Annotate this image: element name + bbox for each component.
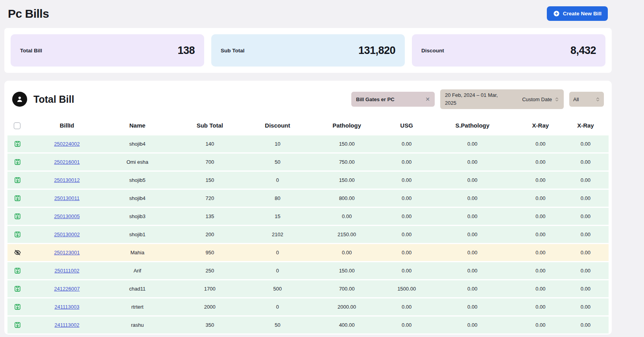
usg-cell: 1500.00 (387, 280, 426, 297)
receipt-icon[interactable] (14, 140, 21, 148)
usg-cell: 0.00 (387, 135, 426, 152)
chevron-updown-icon (596, 96, 600, 102)
sub-total-cell: 720 (171, 190, 248, 207)
table-row: 241113003 rtrtert 2000 0 2000.00 0.00 0.… (7, 298, 609, 315)
sub-total-cell: 1700 (171, 280, 248, 297)
xray-cell: 0.00 (563, 244, 609, 261)
xray-cell: 0.00 (519, 190, 563, 207)
row-status-cell (7, 208, 30, 225)
pathology-cell: 150.00 (306, 262, 387, 279)
table-row: 241226007 chad11 1700 500 700.00 1500.00… (7, 280, 609, 297)
bill-id-link[interactable]: 250111002 (55, 268, 79, 274)
xray-cell: 0.00 (563, 262, 609, 279)
pathology-cell: 0.00 (306, 208, 387, 225)
xray-cell: 0.00 (563, 172, 609, 189)
bill-id-cell: 250130012 (30, 172, 103, 189)
s-pathology-cell: 0.00 (426, 135, 519, 152)
s-pathology-cell: 0.00 (426, 317, 519, 333)
bill-id-link[interactable]: 241226007 (54, 286, 80, 292)
bill-id-cell: 250123001 (30, 244, 103, 261)
receipt-icon[interactable] (14, 285, 21, 293)
pathology-cell: 150.00 (306, 135, 387, 152)
usg-cell: 0.00 (387, 154, 426, 170)
receipt-icon[interactable] (14, 321, 21, 329)
row-status-cell (7, 244, 30, 261)
date-mode-select[interactable]: Custom Date (522, 96, 559, 102)
create-new-bill-button[interactable]: Create New Bill (547, 6, 608, 21)
receipt-icon[interactable] (14, 176, 21, 184)
name-cell: Arif (103, 262, 171, 279)
eye-off-icon[interactable] (14, 249, 21, 256)
receipt-icon[interactable] (14, 267, 21, 274)
bill-id-link[interactable]: 250130011 (54, 195, 79, 201)
usg-cell: 0.00 (387, 298, 426, 315)
column-header-pathology: Pathology (306, 117, 387, 134)
row-status-cell (7, 154, 30, 170)
sub-total-cell: 2000 (171, 298, 248, 315)
table-row: 250130002 shojib1 200 2102 2150.00 0.00 … (7, 226, 609, 243)
sub-total-cell: 150 (171, 172, 248, 189)
bill-id-cell: 250111002 (30, 262, 103, 279)
column-header-subtotal: Sub Total (171, 117, 248, 134)
xray-cell: 0.00 (563, 190, 609, 207)
s-pathology-cell: 0.00 (426, 244, 519, 261)
discount-cell: 50 (248, 154, 306, 170)
sub-total-cell: 950 (171, 244, 248, 261)
receipt-icon[interactable] (14, 194, 21, 202)
xray-cell: 0.00 (563, 226, 609, 243)
bill-id-link[interactable]: 250130005 (54, 213, 80, 219)
usg-cell: 0.00 (387, 244, 426, 261)
s-pathology-cell: 0.00 (426, 226, 519, 243)
xray-cell: 0.00 (519, 172, 563, 189)
bill-id-link[interactable]: 241113003 (55, 304, 79, 310)
receipt-icon[interactable] (14, 213, 21, 220)
name-cell: shojib1 (103, 226, 171, 243)
discount-cell: 50 (248, 317, 306, 333)
pc-filter-label: Bill Gates er PC (356, 96, 395, 102)
bill-id-link[interactable]: 250130012 (54, 177, 80, 183)
date-range-text: 20 Feb, 2024 – 01 Mar, 2025 (445, 91, 507, 107)
discount-cell: 0 (248, 262, 306, 279)
row-status-cell (7, 262, 30, 279)
select-all-checkbox[interactable] (14, 122, 20, 129)
table-row: 250224002 shojib4 140 10 150.00 0.00 0.0… (7, 135, 609, 152)
name-cell: Omi esha (103, 154, 171, 170)
receipt-icon[interactable] (14, 303, 21, 311)
bill-id-link[interactable]: 250130002 (54, 231, 80, 237)
usg-cell: 0.00 (387, 317, 426, 333)
row-status-cell (7, 317, 30, 333)
table-row: 250111002 Arif 250 0 150.00 0.00 0.00 0.… (7, 262, 609, 279)
close-icon[interactable]: ✕ (422, 96, 430, 102)
xray-cell: 0.00 (519, 208, 563, 225)
name-cell: rtrtert (103, 298, 171, 315)
pathology-cell: 400.00 (306, 317, 387, 333)
bill-id-link[interactable]: 250123001 (54, 250, 80, 256)
xray-cell: 0.00 (519, 262, 563, 279)
xray-cell: 0.00 (519, 317, 563, 333)
xray-cell: 0.00 (519, 280, 563, 297)
section-title: Total Bill (33, 94, 74, 105)
date-mode-label: Custom Date (522, 96, 552, 102)
discount-cell: 2102 (248, 226, 306, 243)
pc-bills-page: Pc Bills Create New Bill Total Bill 138 … (0, 0, 644, 335)
bill-id-link[interactable]: 250216001 (54, 159, 80, 165)
page-title: Pc Bills (8, 7, 49, 20)
status-select[interactable]: All (569, 92, 604, 107)
pathology-cell: 750.00 (306, 154, 387, 170)
receipt-icon[interactable] (14, 231, 21, 238)
date-range-picker[interactable]: 20 Feb, 2024 – 01 Mar, 2025 Custom Date (440, 89, 564, 109)
usg-cell: 0.00 (387, 262, 426, 279)
row-status-cell (7, 135, 30, 152)
sub-total-cell: 200 (171, 226, 248, 243)
table-row: 250216001 Omi esha 700 50 750.00 0.00 0.… (7, 154, 609, 170)
row-status-cell (7, 172, 30, 189)
pathology-cell: 150.00 (306, 172, 387, 189)
bill-id-link[interactable]: 250224002 (54, 141, 80, 147)
bill-id-cell: 241226007 (30, 280, 103, 297)
s-pathology-cell: 0.00 (426, 262, 519, 279)
table-row: 250123001 Mahia 950 0 0.00 0.00 0.00 0.0… (7, 244, 609, 261)
xray-cell: 0.00 (563, 135, 609, 152)
receipt-icon[interactable] (14, 158, 21, 166)
bill-id-link[interactable]: 241113002 (55, 322, 79, 328)
pc-filter-chip[interactable]: Bill Gates er PC ✕ (351, 92, 435, 107)
